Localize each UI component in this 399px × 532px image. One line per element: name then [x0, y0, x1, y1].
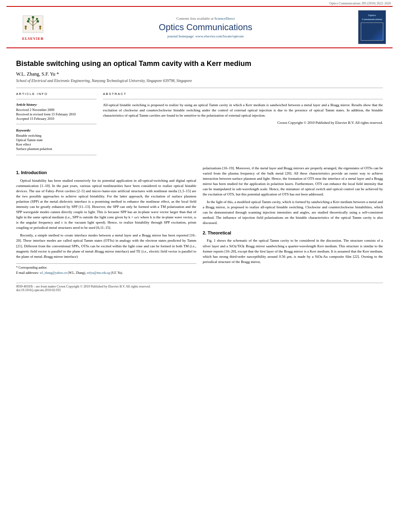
- footnote-name1: (W.L. Zhang),: [68, 271, 86, 275]
- cover-title-line1: OpticsCommunications: [362, 14, 383, 21]
- intro-col2-para2: In the light of this, a modified optical…: [203, 199, 383, 226]
- keyword-1: Bistable switching: [16, 134, 97, 138]
- accepted-date: Accepted 15 February 2010: [16, 117, 97, 121]
- info-divider: [16, 99, 97, 99]
- authors-line: W.L. Zhang, S.F. Yu *: [16, 71, 383, 77]
- keywords-label: Keywords:: [16, 128, 97, 132]
- section1-heading: 1. Introduction: [16, 170, 196, 176]
- cover-image-placeholder: [361, 23, 383, 41]
- intro-para-1: Optical bistability has been studied ext…: [16, 178, 196, 230]
- svg-point-8: [28, 18, 30, 20]
- journal-homepage-line: journal homepage: www.elsevier.com/locat…: [53, 34, 358, 38]
- sciencedirect-line: Contents lists available at ScienceDirec…: [53, 16, 358, 21]
- contents-available-text: Contents lists available at: [177, 16, 214, 21]
- svg-point-9: [36, 18, 38, 20]
- journal-cover-thumbnail: OpticsCommunications: [358, 10, 386, 44]
- keyword-3: Kerr effect: [16, 142, 97, 146]
- sciencedirect-link[interactable]: ScienceDirect: [214, 16, 234, 21]
- footnote-email1: wl_zhang@yahoo.cn: [40, 271, 67, 275]
- elsevier-brand-label: ELSEVIER: [22, 37, 44, 41]
- abstract-column: ABSTRACT All-optical bistable switching …: [103, 92, 383, 158]
- section2-col2-para1: Fig. 1 shows the schematic of the optica…: [203, 238, 383, 264]
- footnote-email-label: E-mail addresses:: [16, 271, 39, 275]
- main-body: 1. Introduction Optical bistability has …: [16, 166, 383, 275]
- journal-header: ELSEVIER Contents lists available at Sci…: [6, 6, 393, 48]
- article-title: Bistable switching using an optical Tamm…: [16, 60, 383, 68]
- footer-issn: 0030-4018/$ – see front matter Crown Cop…: [16, 285, 383, 288]
- abstract-text: All-optical bistable switching is propos…: [103, 103, 383, 118]
- header-divider: [16, 88, 383, 88]
- journal-citation-bar: Optics Communications 283 (2010) 2622–26…: [0, 0, 399, 6]
- svg-point-10: [32, 16, 34, 18]
- footer-doi: doi:10.1016/j.optcom.2010.02.035: [16, 288, 383, 292]
- affiliation-line: School of Electrical and Electronic Engi…: [16, 79, 383, 83]
- intro-col2-para1: polarizations [16–19]. Moreover, if the …: [203, 166, 383, 197]
- homepage-url: www.elsevier.com/locate/optcom: [195, 34, 244, 38]
- journal-citation: Optics Communications 283 (2010) 2622–26…: [329, 2, 391, 5]
- body-right-column: polarizations [16–19]. Moreover, if the …: [203, 166, 383, 275]
- body-left-column: 1. Introduction Optical bistability has …: [16, 166, 196, 275]
- svg-point-11: [25, 26, 27, 28]
- bottom-info-divider: [16, 155, 97, 155]
- svg-rect-15: [40, 28, 41, 30]
- footnote-asterisk: * Corresponding author.: [16, 266, 47, 269]
- article-info-label: ARTICLE INFO: [16, 92, 97, 96]
- elsevier-logo-area: ELSEVIER: [13, 14, 53, 41]
- footer-bar: 0030-4018/$ – see front matter Crown Cop…: [16, 283, 383, 292]
- elsevier-tree-logo: [21, 14, 45, 36]
- footnote-area: * Corresponding author. E-mail addresses…: [16, 263, 196, 275]
- article-info-column: ARTICLE INFO Article history: Received 2…: [16, 92, 97, 158]
- copyright-line: Crown Copyright © 2010 Published by Else…: [103, 121, 383, 125]
- intro-para-2: Recently, a simple method to create inte…: [16, 233, 196, 259]
- abstract-label: ABSTRACT: [103, 92, 383, 96]
- homepage-prefix: journal homepage:: [167, 34, 195, 38]
- svg-rect-12: [25, 28, 27, 30]
- svg-point-6: [27, 20, 29, 23]
- abstract-top-divider: [103, 99, 383, 99]
- keywords-divider: [16, 124, 97, 124]
- article-history-label: Article history:: [16, 103, 97, 107]
- journal-title: Optics Communications: [53, 22, 358, 33]
- section2-heading: 2. Theoretical: [203, 230, 383, 236]
- footnote-corresponding: * Corresponding author.: [16, 265, 196, 270]
- content-area: Bistable switching using an optical Tamm…: [0, 48, 399, 279]
- svg-point-7: [37, 20, 39, 23]
- svg-point-14: [39, 26, 41, 28]
- journal-center-block: Contents lists available at ScienceDirec…: [53, 16, 358, 38]
- received-date: Received 2 November 2009: [16, 108, 97, 112]
- footnote-email2: esfyu@ntu.edu.sg: [87, 271, 110, 275]
- footnote-emails: E-mail addresses: wl_zhang@yahoo.cn (W.L…: [16, 271, 196, 275]
- keyword-2: Optical Tamm state: [16, 138, 97, 142]
- revised-date: Received in revised form 15 February 201…: [16, 112, 97, 116]
- keyword-4: Surface plasmon polariton: [16, 147, 97, 151]
- article-info-abstract: ARTICLE INFO Article history: Received 2…: [16, 92, 383, 158]
- authors-text: W.L. Zhang, S.F. Yu *: [16, 71, 59, 77]
- footnote-name2: (S.F. Yu).: [111, 271, 123, 275]
